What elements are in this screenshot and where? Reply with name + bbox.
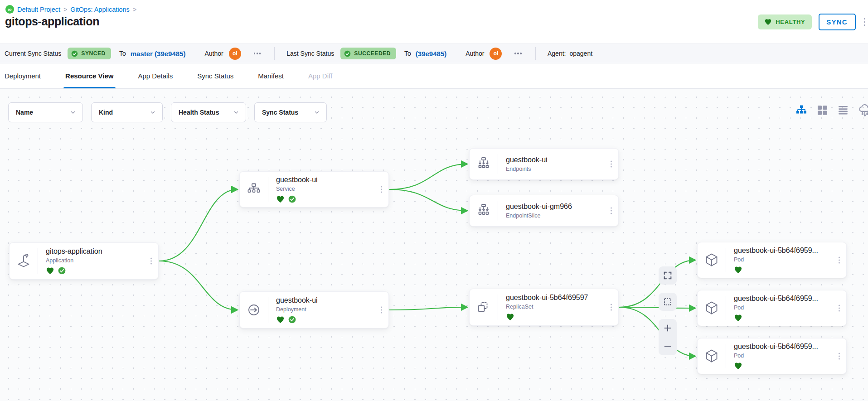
filter-dropdown-health-status[interactable]: Health Status [171, 102, 246, 122]
healthy-heart-icon [276, 316, 285, 324]
tab-manifest[interactable]: Manifest [258, 63, 284, 88]
endpoints-icon [475, 155, 493, 173]
node-menu-icon[interactable] [837, 303, 842, 314]
author-label: Author [466, 50, 484, 57]
node-kind: Endpoints [506, 166, 548, 172]
tab-resource-view[interactable]: Resource View [65, 63, 113, 88]
tab-sync-status[interactable]: Sync Status [197, 63, 233, 88]
node-kind: Pod [734, 256, 818, 263]
zoom-out-button[interactable] [659, 337, 677, 355]
node-menu-icon[interactable] [149, 256, 154, 266]
filter-label: Kind [99, 109, 113, 116]
node-menu-icon[interactable] [837, 351, 842, 362]
replicaset-icon [475, 298, 493, 316]
resource-node-pod-guestbook-ui-5b64f6959[interactable]: guestbook-ui-5b64f6959...Pod [697, 290, 847, 326]
synced-check-icon [288, 316, 296, 324]
last-sync-target-link[interactable]: (39e9485) [416, 50, 446, 58]
synced-badge: SYNCED [68, 48, 111, 59]
fit-view-button[interactable] [659, 293, 677, 311]
divider [535, 47, 536, 60]
node-status-badges [734, 314, 818, 322]
node-status-badges [276, 195, 318, 203]
node-menu-icon[interactable] [609, 159, 614, 169]
node-title: gitops-application [46, 247, 102, 256]
node-title: guestbook-ui-5b64f6959... [734, 295, 818, 303]
pod-icon [703, 347, 721, 365]
endpointslice-icon [475, 202, 493, 220]
more-options-icon[interactable] [863, 16, 867, 28]
more-options-icon[interactable] [513, 51, 524, 56]
list-view-icon[interactable] [837, 104, 849, 116]
author-avatar: ol [229, 48, 241, 60]
minus-icon [663, 341, 673, 351]
node-menu-icon[interactable] [609, 206, 614, 216]
resource-node-endpoints-guestbook-ui[interactable]: guestbook-uiEndpoints [469, 148, 619, 180]
grid-view-icon[interactable] [816, 104, 828, 116]
breadcrumb: ∞ Default Project > GitOps: Applications… [5, 5, 136, 14]
check-circle-icon [344, 50, 351, 57]
filter-label: Sync Status [262, 109, 298, 116]
synced-check-icon [58, 267, 66, 275]
node-title: guestbook-ui [276, 176, 318, 184]
resource-node-endpointslice-guestbook-ui-gm966[interactable]: guestbook-ui-gm966EndpointSlice [469, 195, 619, 227]
zoom-in-button[interactable] [659, 319, 677, 337]
chevron-down-icon [233, 109, 239, 116]
edge-app-to-svc [159, 189, 238, 261]
node-title: guestbook-ui [276, 296, 318, 304]
healthy-heart-icon [734, 314, 742, 322]
cloud-view-icon[interactable] [858, 103, 868, 117]
author-avatar: ol [490, 48, 502, 60]
filter-dropdown-kind[interactable]: Kind [91, 102, 163, 122]
healthy-heart-icon [734, 362, 742, 370]
resource-node-deployment-guestbook-ui[interactable]: guestbook-uiDeployment [239, 291, 389, 329]
service-icon [245, 180, 263, 198]
node-title: guestbook-ui-gm966 [506, 203, 572, 211]
agent-value: opagent [569, 50, 592, 57]
chevron-down-icon [314, 109, 320, 116]
chevron-down-icon [70, 109, 76, 116]
fit-view-icon [663, 297, 673, 307]
filter-dropdown-name[interactable]: Name [8, 102, 83, 122]
more-options-icon[interactable] [252, 51, 263, 56]
deployment-icon [245, 301, 263, 319]
tree-view-icon[interactable] [795, 104, 807, 116]
node-menu-icon[interactable] [609, 302, 614, 313]
tab-deployment[interactable]: Deployment [5, 63, 41, 88]
node-menu-icon[interactable] [379, 184, 384, 195]
sync-button[interactable]: SYNC [819, 14, 856, 30]
breadcrumb-separator: > [133, 6, 136, 13]
filter-dropdown-sync-status[interactable]: Sync Status [254, 102, 327, 122]
edge-svc-to-ep [389, 164, 467, 189]
node-title: guestbook-ui-5b64f6959... [734, 343, 818, 351]
node-kind: EndpointSlice [506, 213, 572, 219]
node-status-badges [734, 266, 818, 274]
resource-node-pod-guestbook-ui-5b64f6959[interactable]: guestbook-ui-5b64f6959...Pod [697, 338, 847, 374]
filter-bar: NameKindHealth StatusSync Status [8, 102, 327, 122]
healthy-heart-icon [734, 266, 742, 274]
edge-dep-to-rs [389, 307, 467, 310]
node-status-badges [46, 266, 102, 275]
resource-node-service-guestbook-ui[interactable]: guestbook-uiService [239, 171, 389, 208]
heart-icon [764, 19, 772, 25]
to-label: To [119, 50, 126, 57]
node-title: guestbook-ui-5b64f6959... [734, 246, 818, 255]
page-title: gitops-application [5, 15, 99, 28]
resource-node-pod-guestbook-ui-5b64f6959[interactable]: guestbook-ui-5b64f6959...Pod [697, 242, 847, 278]
node-kind: Deployment [276, 306, 318, 313]
node-kind: Pod [734, 304, 818, 311]
resource-node-replicaset-guestbook-ui-5b64f69597[interactable]: guestbook-ui-5b64f69597ReplicaSet [469, 289, 619, 326]
fullscreen-button[interactable] [659, 266, 677, 285]
breadcrumb-link-project[interactable]: Default Project [17, 6, 60, 13]
check-circle-icon [71, 50, 78, 57]
filter-label: Name [16, 109, 33, 116]
healthy-heart-icon [46, 267, 54, 275]
current-sync-target-link[interactable]: master (39e9485) [131, 50, 186, 58]
page-header: ∞ Default Project > GitOps: Applications… [0, 0, 868, 43]
sync-status-bar: Current Sync Status SYNCED To master (39… [0, 43, 868, 63]
resource-node-application-gitops-application[interactable]: gitops-applicationApplication [9, 242, 159, 280]
tab-app-details[interactable]: App Details [138, 63, 173, 88]
breadcrumb-link-gitops-applications[interactable]: GitOps: Applications [70, 6, 130, 13]
node-menu-icon[interactable] [379, 305, 384, 315]
view-toggles [795, 103, 868, 117]
node-menu-icon[interactable] [837, 255, 842, 266]
